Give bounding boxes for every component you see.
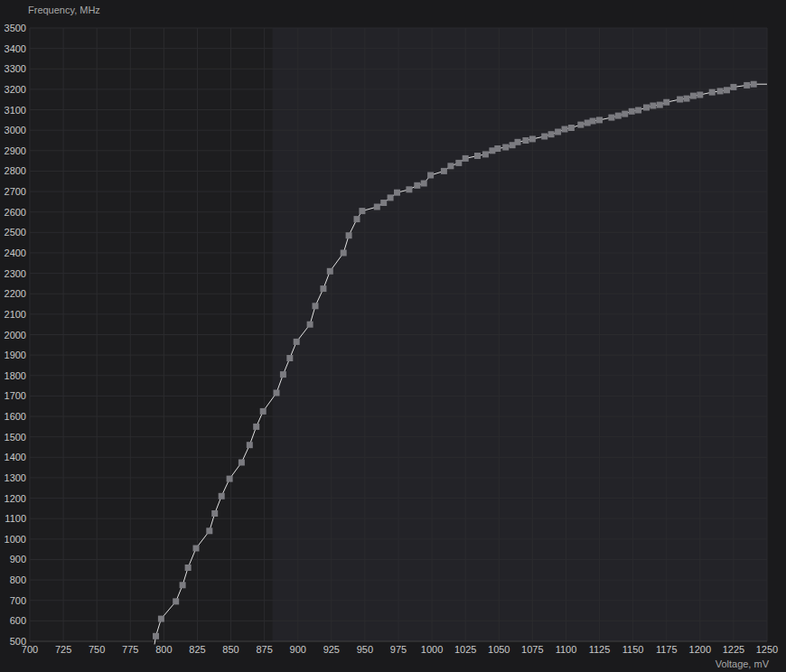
data-point (227, 476, 233, 482)
y-tick-label: 2300 (5, 268, 26, 279)
data-point (359, 208, 365, 214)
data-point (515, 139, 521, 145)
data-point (615, 113, 622, 119)
data-point (629, 108, 635, 115)
data-point (562, 126, 568, 133)
data-point (455, 160, 462, 166)
data-point (406, 186, 412, 192)
x-tick-label: 700 (22, 644, 38, 655)
data-point (548, 131, 555, 137)
y-tick-label: 3500 (5, 23, 26, 33)
x-axis-title: Voltage, mV (716, 658, 769, 670)
x-tick-label: 1025 (454, 644, 476, 655)
x-tick-label: 1200 (689, 644, 711, 655)
data-point (219, 493, 225, 499)
data-point (568, 125, 575, 131)
data-point (447, 163, 454, 169)
y-tick-label: 2500 (5, 227, 26, 238)
data-point (394, 190, 400, 196)
data-point (307, 322, 313, 328)
data-point (421, 181, 427, 187)
y-tick-label: 1800 (5, 370, 26, 381)
data-point (474, 153, 481, 159)
data-point (717, 88, 724, 94)
data-point (697, 92, 703, 98)
data-point (502, 145, 509, 151)
data-point (650, 103, 656, 109)
y-tick-label: 2200 (5, 288, 26, 299)
data-point (341, 250, 347, 257)
data-point (380, 200, 387, 206)
y-tick-label: 2400 (5, 247, 26, 258)
x-tick-label: 1250 (756, 644, 778, 655)
y-tick-label: 1300 (5, 472, 26, 483)
x-tick-label: 925 (323, 644, 340, 655)
vf-curve-chart[interactable]: 5006007008009001000110012001300140015001… (0, 0, 786, 672)
x-tick-label: 825 (189, 644, 205, 655)
data-point (590, 118, 596, 125)
y-tick-label: 3200 (5, 84, 26, 95)
data-point (663, 99, 669, 106)
x-tick-label: 1150 (622, 644, 644, 655)
data-point (374, 204, 380, 210)
y-tick-label: 1900 (5, 350, 26, 360)
y-tick-label: 2900 (5, 145, 26, 156)
data-point (522, 137, 529, 144)
data-point (274, 390, 280, 397)
x-tick-label: 1175 (656, 644, 678, 655)
x-tick-label: 725 (55, 644, 71, 655)
y-tick-label: 1100 (5, 513, 26, 524)
data-point (635, 107, 641, 114)
data-point (730, 84, 736, 90)
data-point (555, 129, 561, 135)
y-tick-label: 1400 (5, 452, 26, 462)
data-point (320, 285, 326, 292)
data-point (280, 371, 286, 378)
x-tick-label: 775 (122, 644, 138, 655)
y-tick-label: 3100 (5, 105, 26, 116)
data-point (541, 134, 547, 140)
data-point (286, 355, 293, 361)
x-tick-label: 1075 (521, 644, 543, 655)
data-point (327, 268, 333, 275)
data-point (253, 424, 259, 430)
data-point (608, 115, 614, 121)
x-tick-label: 1125 (589, 644, 611, 655)
data-point (173, 598, 179, 604)
data-point (622, 111, 628, 117)
chart-panel: 5006007008009001000110012001300140015001… (0, 0, 786, 672)
data-point (260, 408, 267, 415)
y-tick-label: 2800 (5, 165, 26, 176)
x-tick-label: 950 (357, 644, 373, 655)
data-point (313, 303, 319, 309)
data-point (388, 194, 394, 201)
y-tick-label: 3400 (5, 43, 26, 54)
x-tick-label: 900 (290, 644, 306, 655)
data-point (185, 565, 192, 571)
data-point (482, 151, 489, 157)
data-point (677, 97, 683, 103)
data-point (153, 633, 159, 639)
x-tick-label: 800 (155, 644, 172, 655)
data-point (596, 117, 603, 123)
x-tick-label: 850 (222, 644, 239, 655)
data-point (294, 339, 300, 345)
x-tick-label: 1100 (556, 644, 577, 655)
y-tick-label: 1600 (5, 411, 26, 422)
data-point (690, 93, 697, 99)
x-tick-label: 1225 (723, 644, 744, 655)
data-point (346, 232, 352, 238)
x-tick-label: 975 (390, 644, 407, 655)
y-tick-label: 2600 (5, 207, 26, 218)
y-tick-label: 1500 (5, 432, 26, 443)
x-tick-label: 750 (89, 644, 105, 655)
x-tick-label: 1050 (488, 644, 510, 655)
data-point (354, 216, 360, 222)
y-tick-label: 700 (10, 595, 26, 606)
data-point (643, 105, 650, 111)
y-tick-label: 1200 (5, 493, 26, 504)
data-point (463, 155, 469, 162)
data-point (577, 122, 584, 128)
data-point (247, 442, 253, 448)
data-point (206, 527, 212, 534)
